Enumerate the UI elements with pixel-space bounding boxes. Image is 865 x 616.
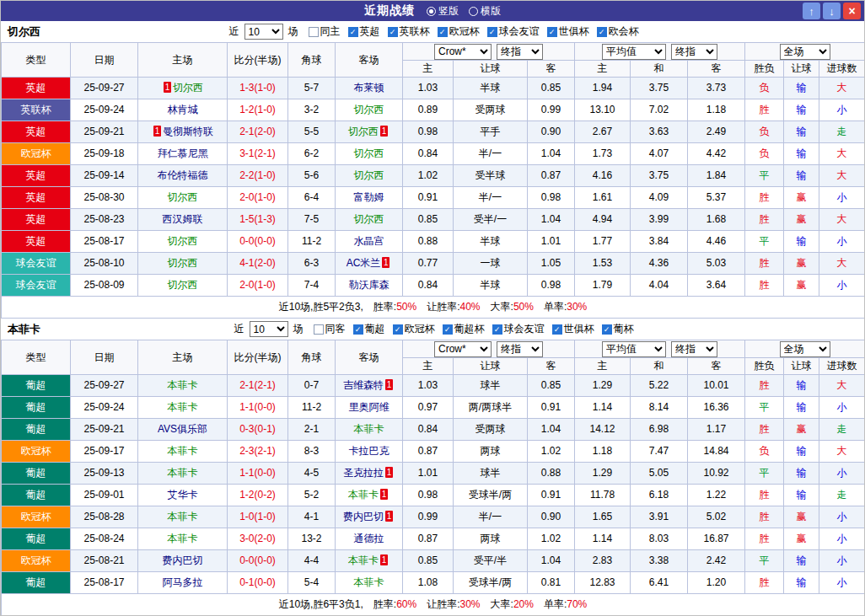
home-team-name[interactable]: 本菲卡	[168, 401, 198, 413]
handicap-stage-select[interactable]: 终指	[497, 44, 543, 60]
radio-vertical-layout[interactable]: 竖版	[427, 4, 459, 19]
home-team-name[interactable]: 切尔西	[168, 257, 198, 269]
radio-selected-icon[interactable]	[427, 7, 436, 16]
home-team-name[interactable]: 西汉姆联	[163, 213, 203, 225]
checked-checkbox-icon[interactable]: ✓	[393, 324, 403, 335]
home-team-name[interactable]: 阿马多拉	[163, 576, 203, 588]
away-team-name[interactable]: 通德拉	[354, 533, 384, 544]
checked-checkbox-icon[interactable]: ✓	[492, 324, 502, 335]
checked-checkbox-icon[interactable]: ✓	[547, 27, 557, 37]
home-team-name[interactable]: 费内巴切	[163, 554, 203, 566]
results-table: 类型日期主场比分(半场)角球客场Crow*终指平均值终指全场主让球客主和客胜负让…	[1, 42, 865, 319]
league-filter-checkbox[interactable]: ✓葡超杯	[443, 322, 485, 336]
checked-checkbox-icon[interactable]: ✓	[353, 324, 363, 335]
away-team-cell: 勒沃库森	[336, 275, 403, 297]
scroll-down-button[interactable]: ↓	[823, 3, 841, 19]
away-team-name[interactable]: 切尔西	[354, 213, 384, 225]
scope-select[interactable]: 全场	[780, 341, 830, 357]
home-team-name[interactable]: 林肯城	[168, 104, 198, 115]
checked-checkbox-icon[interactable]: ✓	[552, 324, 562, 335]
league-filter-checkbox[interactable]: ✓欧冠杯	[438, 24, 480, 39]
league-filter-checkbox[interactable]: 同主	[309, 24, 341, 39]
checked-checkbox-icon[interactable]: ✓	[348, 27, 358, 37]
league-filter-checkbox[interactable]: ✓欧会杯	[597, 24, 639, 39]
corners-cell: 8-3	[288, 441, 336, 463]
radio-horizontal-layout[interactable]: 横版	[469, 4, 501, 19]
unchecked-checkbox-icon[interactable]	[314, 324, 324, 335]
home-team-name[interactable]: AVS俱乐部	[158, 423, 207, 435]
checked-checkbox-icon[interactable]: ✓	[597, 27, 607, 37]
home-team-name[interactable]: 切尔西	[168, 235, 198, 247]
away-team-name[interactable]: 富勒姆	[354, 191, 384, 203]
europe-stage-select[interactable]: 终指	[671, 44, 717, 60]
home-team-name[interactable]: 本菲卡	[168, 445, 198, 457]
score-cell: 0-1(0-0)	[228, 572, 288, 594]
away-team-name[interactable]: 切尔西	[354, 104, 384, 115]
away-team-name[interactable]: 切尔西	[354, 169, 384, 181]
away-team-name[interactable]: 吉维森特	[343, 379, 384, 391]
away-team-name[interactable]: 布莱顿	[354, 82, 384, 94]
recent-count-select[interactable]: 10	[250, 321, 288, 337]
close-button[interactable]: ×	[843, 3, 861, 19]
away-team-name[interactable]: 本菲卡	[354, 423, 384, 435]
home-team-name[interactable]: 本菲卡	[168, 533, 198, 544]
checked-checkbox-icon[interactable]: ✓	[388, 27, 398, 37]
home-team-name[interactable]: 本菲卡	[168, 511, 198, 522]
league-badge: 英联杯	[2, 99, 71, 121]
league-filter-checkbox[interactable]: 同客	[314, 322, 346, 336]
away-team-name[interactable]: 勒沃库森	[349, 279, 390, 291]
away-team-name[interactable]: 本菲卡	[354, 576, 384, 588]
home-team-name[interactable]: 拜仁慕尼黑	[158, 147, 208, 159]
away-team-name[interactable]: 本菲卡	[348, 554, 379, 566]
eu-home-odds: 2.67	[575, 121, 631, 143]
handicap-stage-select[interactable]: 终指	[497, 341, 543, 357]
home-team-name[interactable]: 艾华卡	[168, 489, 198, 501]
checked-checkbox-icon[interactable]: ✓	[438, 27, 448, 37]
date-cell: 25-09-21	[71, 121, 138, 143]
checked-checkbox-icon[interactable]: ✓	[487, 27, 497, 37]
checkbox-label: 世俱杯	[564, 322, 594, 336]
home-team-name[interactable]: 切尔西	[168, 279, 198, 291]
radio-unselected-icon[interactable]	[469, 7, 478, 16]
scope-select[interactable]: 全场	[780, 44, 830, 60]
home-team-name[interactable]: 曼彻斯特联	[163, 126, 213, 137]
away-team-name[interactable]: AC米兰	[347, 257, 381, 269]
league-filter-checkbox[interactable]: ✓球会友谊	[492, 322, 545, 336]
away-team-name[interactable]: 本菲卡	[348, 489, 379, 501]
ah-home-odds: 1.03	[403, 375, 454, 397]
home-team-name[interactable]: 布伦特福德	[158, 169, 208, 181]
home-team-name[interactable]: 本菲卡	[168, 379, 198, 391]
league-filter-checkbox[interactable]: ✓球会友谊	[487, 24, 540, 39]
europe-stage-select[interactable]: 终指	[671, 341, 717, 357]
checked-checkbox-icon[interactable]: ✓	[443, 324, 453, 335]
bookmaker-select[interactable]: Crow*	[434, 44, 492, 60]
home-team-name[interactable]: 切尔西	[173, 82, 203, 94]
away-team-name[interactable]: 圣克拉拉	[343, 467, 384, 479]
league-filter-checkbox[interactable]: ✓葡超	[353, 322, 385, 336]
away-team-name[interactable]: 费内巴切	[343, 511, 384, 522]
league-filter-checkbox[interactable]: ✓世俱杯	[547, 24, 589, 39]
checked-checkbox-icon[interactable]: ✓	[602, 324, 612, 335]
europe-average-select[interactable]: 平均值	[602, 44, 666, 60]
league-filter-checkbox[interactable]: ✓葡杯	[602, 322, 634, 336]
home-team-name[interactable]: 切尔西	[168, 191, 198, 203]
home-team-name[interactable]: 本菲卡	[168, 467, 198, 479]
bookmaker-select[interactable]: Crow*	[434, 341, 492, 357]
away-team-name[interactable]: 切尔西	[354, 147, 384, 159]
recent-count-select[interactable]: 10	[244, 24, 283, 40]
red-card-badge: 1	[164, 82, 171, 93]
away-team-name[interactable]: 卡拉巴克	[349, 445, 390, 457]
league-filter-checkbox[interactable]: ✓欧冠杯	[393, 322, 435, 336]
away-team-name[interactable]: 里奥阿维	[349, 401, 390, 413]
scroll-up-button[interactable]: ↑	[803, 3, 820, 19]
league-filter-checkbox[interactable]: ✓英联杯	[388, 24, 430, 39]
away-team-name[interactable]: 水晶宫	[354, 235, 384, 247]
select-group-cell: 全场	[745, 340, 865, 358]
league-filter-checkbox[interactable]: ✓英超	[348, 24, 380, 39]
result-handicap: 赢	[784, 419, 819, 441]
unchecked-checkbox-icon[interactable]	[309, 27, 319, 37]
away-team-name[interactable]: 切尔西	[348, 126, 379, 137]
europe-average-select[interactable]: 平均值	[602, 341, 666, 357]
column-header: 客	[688, 61, 745, 78]
league-filter-checkbox[interactable]: ✓世俱杯	[552, 322, 594, 336]
